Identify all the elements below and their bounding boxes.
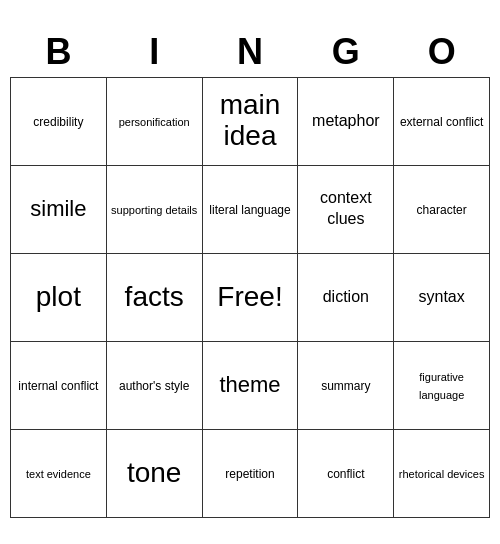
bingo-cell: figurative language <box>394 341 490 429</box>
bingo-cell: personification <box>106 77 202 165</box>
cell-text: metaphor <box>312 112 380 129</box>
bingo-cell: metaphor <box>298 77 394 165</box>
header-row: BINGO <box>11 27 490 78</box>
bingo-cell: plot <box>11 253 107 341</box>
bingo-cell: main idea <box>202 77 298 165</box>
cell-text: theme <box>219 372 280 397</box>
bingo-row: credibilitypersonificationmain ideametap… <box>11 77 490 165</box>
cell-text: syntax <box>419 288 465 305</box>
bingo-cell: syntax <box>394 253 490 341</box>
cell-text: external conflict <box>400 115 483 129</box>
cell-text: literal language <box>209 203 290 217</box>
bingo-cell: context clues <box>298 165 394 253</box>
cell-text: Free! <box>217 281 282 312</box>
bingo-cell: internal conflict <box>11 341 107 429</box>
bingo-cell: text evidence <box>11 429 107 517</box>
bingo-row: text evidencetonerepetitionconflictrheto… <box>11 429 490 517</box>
bingo-row: internal conflictauthor's stylethemesumm… <box>11 341 490 429</box>
bingo-cell: character <box>394 165 490 253</box>
bingo-cell: author's style <box>106 341 202 429</box>
bingo-cell: Free! <box>202 253 298 341</box>
cell-text: internal conflict <box>18 379 98 393</box>
cell-text: summary <box>321 379 370 393</box>
bingo-row: similesupporting detailsliteral language… <box>11 165 490 253</box>
cell-text: simile <box>30 196 86 221</box>
bingo-row: plotfactsFree!dictionsyntax <box>11 253 490 341</box>
cell-text: text evidence <box>26 468 91 480</box>
bingo-cell: supporting details <box>106 165 202 253</box>
cell-text: facts <box>125 281 184 312</box>
bingo-cell: literal language <box>202 165 298 253</box>
bingo-cell: conflict <box>298 429 394 517</box>
bingo-cell: repetition <box>202 429 298 517</box>
header-letter: O <box>394 27 490 78</box>
header-letter: G <box>298 27 394 78</box>
cell-text: rhetorical devices <box>399 468 485 480</box>
bingo-cell: tone <box>106 429 202 517</box>
cell-text: repetition <box>225 467 274 481</box>
cell-text: plot <box>36 281 81 312</box>
bingo-cell: external conflict <box>394 77 490 165</box>
bingo-cell: simile <box>11 165 107 253</box>
cell-text: author's style <box>119 379 189 393</box>
bingo-cell: facts <box>106 253 202 341</box>
cell-text: main idea <box>207 90 294 152</box>
cell-text: personification <box>119 116 190 128</box>
cell-text: credibility <box>33 115 83 129</box>
header-letter: N <box>202 27 298 78</box>
cell-text: character <box>417 203 467 217</box>
cell-text: figurative language <box>419 371 464 401</box>
cell-text: supporting details <box>111 204 197 216</box>
bingo-cell: summary <box>298 341 394 429</box>
bingo-card: BINGO credibilitypersonificationmain ide… <box>10 27 490 518</box>
cell-text: context clues <box>320 189 372 227</box>
bingo-cell: rhetorical devices <box>394 429 490 517</box>
header-letter: I <box>106 27 202 78</box>
bingo-cell: diction <box>298 253 394 341</box>
cell-text: conflict <box>327 467 364 481</box>
header-letter: B <box>11 27 107 78</box>
bingo-cell: credibility <box>11 77 107 165</box>
bingo-cell: theme <box>202 341 298 429</box>
cell-text: tone <box>127 457 182 488</box>
cell-text: diction <box>323 288 369 305</box>
